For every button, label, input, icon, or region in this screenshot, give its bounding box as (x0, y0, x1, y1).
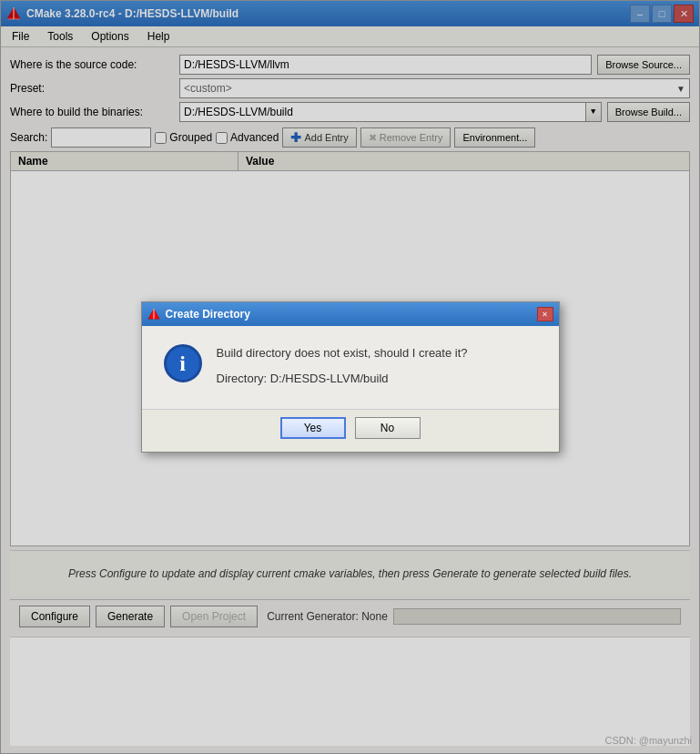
dialog-no-button[interactable]: No (355, 417, 421, 439)
dialog-close-button[interactable]: ✕ (537, 307, 553, 321)
create-directory-dialog: Create Directory ✕ i Build directory doe… (141, 301, 560, 453)
info-icon: i (164, 344, 202, 382)
dialog-body: i Build directory does not exist, should… (142, 326, 559, 409)
dialog-message-line1: Build directory does not exist, should I… (217, 344, 468, 362)
dialog-cmake-icon (147, 308, 160, 321)
dialog-message-line2: Directory: D:/HESDS-LLVM/build (217, 370, 468, 388)
dialog-message: Build directory does not exist, should I… (217, 344, 468, 394)
dialog-title: Create Directory (166, 308, 250, 321)
dialog-icon-wrap: i (164, 344, 202, 382)
dialog-overlay: Create Directory ✕ i Build directory doe… (1, 1, 699, 753)
dialog-footer: Yes No (142, 409, 559, 452)
dialog-title-bar: Create Directory ✕ (142, 302, 559, 326)
dialog-yes-button[interactable]: Yes (280, 417, 346, 439)
